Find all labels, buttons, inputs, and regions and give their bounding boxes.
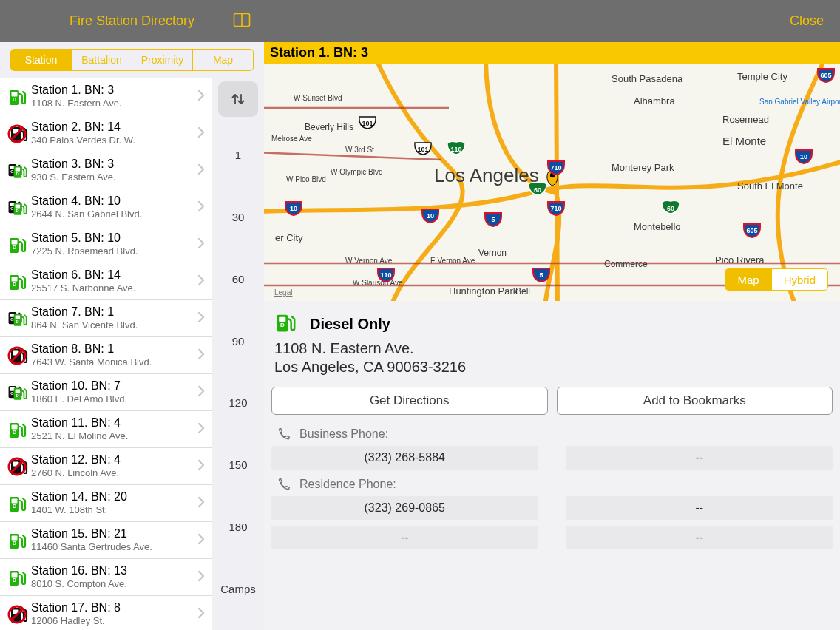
business-phone-value[interactable]: (323) 268-5884 — [271, 446, 538, 470]
chevron-right-icon — [197, 237, 205, 252]
get-directions-button[interactable]: Get Directions — [271, 387, 548, 415]
station-address: 1401 W. 108th St. — [31, 505, 197, 516]
address-line-2: Los Angeles, CA 90063-3216 — [274, 359, 466, 375]
station-row[interactable]: Station 16. BN: 138010 S. Compton Ave. — [0, 559, 212, 596]
map-label: W Pico Blvd — [286, 175, 326, 183]
map-label: Rosemead — [722, 114, 769, 125]
fuel-pump-icon — [274, 311, 299, 336]
station-row[interactable]: Station 17. BN: 812006 Hadley St. — [0, 596, 212, 630]
filter-tab-station[interactable]: Station — [10, 49, 72, 71]
station-address: 2644 N. San Gabriel Blvd. — [31, 209, 197, 220]
station-row[interactable]: Station 15. BN: 2111460 Santa Gertrudes … — [0, 522, 212, 559]
station-name: Station 6. BN: 14 — [31, 268, 197, 282]
svg-text:10: 10 — [427, 212, 434, 220]
station-list[interactable]: Station 1. BN: 31108 N. Eastern Ave.Stat… — [0, 78, 212, 630]
map-legal[interactable]: Legal — [274, 288, 292, 297]
filter-tab-map[interactable]: Map — [193, 49, 254, 71]
svg-text:710: 710 — [550, 164, 561, 172]
map-label: Montebello — [634, 221, 681, 232]
map-type-tabs: MapHybrid — [725, 268, 828, 291]
filter-tab-proximity[interactable]: Proximity — [132, 49, 193, 71]
close-button[interactable]: Close — [790, 13, 824, 29]
fuel-type-label: Diesel Only — [310, 316, 390, 333]
index-item[interactable]: 60 — [232, 273, 245, 285]
station-name: Station 11. BN: 4 — [31, 416, 197, 430]
svg-text:710: 710 — [550, 205, 561, 212]
fuel-pump-icon — [6, 346, 31, 365]
index-item[interactable]: 90 — [232, 335, 245, 348]
fuel-pump-icon — [6, 198, 31, 217]
business-phone-secondary: -- — [566, 446, 833, 470]
station-name: Station 3. BN: 3 — [31, 158, 197, 171]
index-item[interactable]: 30 — [232, 211, 245, 223]
station-address: 340 Palos Verdes Dr. W. — [31, 135, 197, 146]
svg-text:101: 101 — [362, 120, 373, 127]
business-phone-label: Business Phone: — [271, 425, 833, 446]
station-row[interactable]: Station 2. BN: 14340 Palos Verdes Dr. W. — [0, 115, 212, 152]
fuel-pump-icon — [6, 531, 31, 550]
station-row[interactable]: Station 6. BN: 1425517 S. Narbonne Ave. — [0, 263, 212, 300]
residence-phone-secondary: -- — [566, 496, 833, 520]
station-name: Station 1. BN: 3 — [31, 84, 197, 97]
sidebar-title: Fire Station Directory — [70, 13, 194, 29]
map-label: South El Monte — [737, 180, 803, 192]
station-row[interactable]: Station 4. BN: 102644 N. San Gabriel Blv… — [0, 189, 212, 226]
map-label: Vernon — [478, 248, 507, 258]
station-address: 1108 N. Eastern Ave. — [31, 98, 197, 109]
station-row[interactable]: Station 7. BN: 1864 N. San Vicente Blvd. — [0, 300, 212, 337]
station-row[interactable]: Station 12. BN: 42760 N. Lincoln Ave. — [0, 448, 212, 485]
map-label: Pico Rivera — [715, 254, 765, 265]
svg-text:60: 60 — [667, 205, 674, 212]
filter-tabs: StationBattalionProximityMap — [0, 42, 264, 78]
station-row[interactable]: Station 8. BN: 17643 W. Santa Monica Blv… — [0, 337, 212, 374]
add-bookmark-button[interactable]: Add to Bookmarks — [557, 387, 833, 415]
station-address: 864 N. San Vicente Blvd. — [31, 320, 197, 331]
svg-text:5: 5 — [491, 216, 495, 223]
map[interactable]: Los AngelesSouth PasadenaAlhambraTemple … — [264, 64, 840, 301]
residence-phone-label: Residence Phone: — [271, 475, 833, 496]
station-row[interactable]: Station 5. BN: 107225 N. Rosemead Blvd. — [0, 226, 212, 263]
fuel-pump-icon — [6, 124, 31, 143]
fuel-pump-icon — [6, 235, 31, 254]
map-label: W Slauson Ave — [353, 279, 403, 287]
station-address: 7225 N. Rosemead Blvd. — [31, 246, 197, 257]
chevron-right-icon — [197, 200, 205, 215]
map-label: Alhambra — [634, 95, 675, 106]
fuel-pump-icon — [6, 383, 31, 402]
highway-shield: 110 — [378, 268, 394, 282]
svg-text:605: 605 — [820, 72, 831, 79]
detail-header: Close — [264, 0, 840, 42]
station-name: Station 16. BN: 13 — [31, 564, 197, 578]
station-row[interactable]: Station 14. BN: 201401 W. 108th St. — [0, 485, 212, 522]
station-banner: Station 1. BN: 3 — [264, 42, 840, 64]
map-label: er City — [275, 232, 303, 243]
bookmark-icon[interactable] — [233, 13, 251, 30]
index-item[interactable]: 150 — [228, 458, 247, 471]
station-address: 11460 Santa Gertrudes Ave. — [31, 542, 197, 553]
svg-text:10: 10 — [290, 205, 297, 212]
filter-tab-battalion[interactable]: Battalion — [72, 49, 132, 71]
station-row[interactable]: Station 1. BN: 31108 N. Eastern Ave. — [0, 78, 212, 115]
fuel-pump-icon — [6, 494, 31, 513]
map-label: W Vernon Ave — [345, 257, 393, 265]
sort-button[interactable] — [218, 81, 258, 117]
map-tab-map[interactable]: Map — [725, 269, 770, 290]
station-row[interactable]: Station 11. BN: 42521 N. El Molino Ave. — [0, 411, 212, 448]
station-name: Station 7. BN: 1 — [31, 305, 197, 319]
map-tab-hybrid[interactable]: Hybrid — [771, 269, 827, 290]
map-label: E Vernon Ave — [430, 257, 475, 265]
chevron-right-icon — [197, 607, 205, 622]
station-row[interactable]: Station 3. BN: 3930 S. Eastern Ave. — [0, 152, 212, 189]
fuel-pump-icon — [6, 161, 31, 180]
map-label: Monterey Park — [612, 162, 674, 173]
highway-shield: 10 — [796, 150, 812, 163]
highway-shield: 10 — [285, 202, 302, 215]
index-item[interactable]: Camps — [220, 583, 256, 595]
station-address: 8010 S. Compton Ave. — [31, 579, 197, 590]
station-row[interactable]: Station 10. BN: 71860 E. Del Amo Blvd. — [0, 374, 212, 411]
index-item[interactable]: 1 — [235, 149, 241, 161]
residence-phone-value[interactable]: (323) 269-0865 — [271, 496, 538, 520]
index-item[interactable]: 120 — [228, 396, 247, 409]
chevron-right-icon — [197, 126, 205, 141]
index-item[interactable]: 180 — [228, 521, 247, 533]
